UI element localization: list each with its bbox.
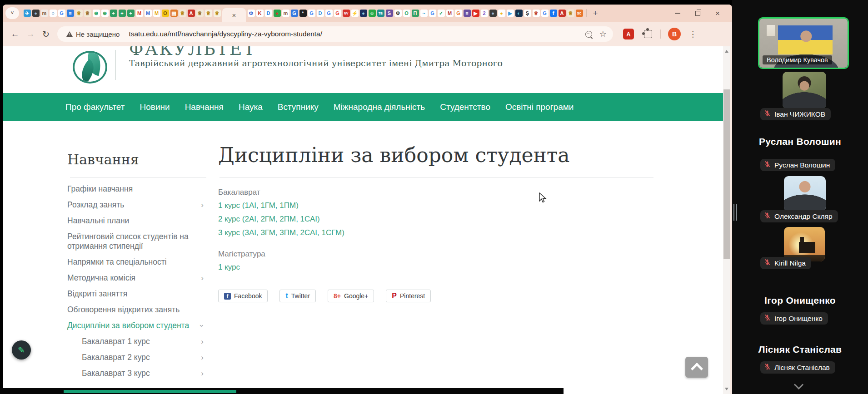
- tab-favicon[interactable]: ≡: [464, 10, 471, 17]
- nav-item-2[interactable]: Навчання: [185, 102, 224, 112]
- minimize-button[interactable]: [668, 5, 688, 22]
- tab-favicon[interactable]: ✈: [24, 10, 31, 17]
- tab-favicon[interactable]: M: [446, 10, 454, 17]
- tab-favicon[interactable]: *: [299, 10, 307, 17]
- tab-favicon[interactable]: ♕: [567, 10, 574, 17]
- course-link[interactable]: 1 курс (1АІ, 1ГМ, 1ПМ): [218, 199, 654, 212]
- tab-favicon[interactable]: D: [317, 10, 324, 17]
- sidebar-item-3[interactable]: Рейтинговий список студентів на отриманн…: [67, 232, 204, 251]
- tab-favicon[interactable]: ●: [274, 10, 281, 17]
- tab-favicon[interactable]: K: [256, 10, 264, 17]
- panel-drag-handle[interactable]: [733, 204, 737, 221]
- tab-favicon[interactable]: ☺: [369, 10, 376, 17]
- tab-favicon[interactable]: SC: [576, 10, 583, 17]
- tab-favicon[interactable]: NV: [343, 10, 350, 17]
- bookmark-star-icon[interactable]: ☆: [599, 29, 607, 39]
- tab-favicon[interactable]: M: [153, 10, 160, 17]
- tab-favicon[interactable]: m: [282, 10, 289, 17]
- nav-item-0[interactable]: Про факультет: [65, 102, 125, 112]
- share-pinterest-button[interactable]: PPinterest: [386, 290, 431, 302]
- reload-button[interactable]: ↻: [38, 26, 54, 42]
- tab-favicon[interactable]: O: [403, 10, 410, 17]
- participant-name-pill[interactable]: Kirill Nilga: [760, 257, 811, 269]
- tab-favicon[interactable]: ●: [360, 10, 367, 17]
- browser-menu-icon[interactable]: ⋮: [689, 30, 697, 39]
- tab-search-button[interactable]: ˅: [5, 7, 19, 19]
- tab-favicon[interactable]: ♕: [533, 10, 540, 17]
- participant-name-pill[interactable]: Олександр Скляр: [760, 210, 838, 222]
- tab-favicon[interactable]: S: [386, 10, 393, 17]
- tab-favicon[interactable]: 2: [481, 10, 488, 17]
- close-tab-icon[interactable]: ×: [232, 12, 236, 19]
- tab-favicon[interactable]: TB: [377, 10, 384, 17]
- nav-item-4[interactable]: Вступнику: [278, 102, 319, 112]
- sidebar-item-11[interactable]: Бакалаврат 3 курс›: [67, 369, 204, 378]
- sidebar-item-8[interactable]: Дисципліни за вибором студента›: [67, 321, 204, 330]
- nav-item-3[interactable]: Наука: [239, 102, 263, 112]
- tab-favicon[interactable]: ●: [489, 10, 497, 17]
- tab-favicon[interactable]: ≡: [67, 10, 74, 17]
- share-googleplus-button[interactable]: 8+Google+: [328, 290, 374, 302]
- tab-favicon[interactable]: ♕: [214, 10, 221, 17]
- zoom-out-icon[interactable]: [585, 31, 592, 38]
- annotation-pencil-button[interactable]: ✎: [12, 340, 31, 360]
- sidebar-item-4[interactable]: Напрямки та спеціальності: [67, 257, 204, 267]
- address-bar[interactable]: Не защищено tsatu.edu.ua/mtf/navchannja/…: [57, 26, 613, 42]
- security-chip[interactable]: Не защищено: [64, 29, 124, 39]
- tab-favicon[interactable]: ♕: [205, 10, 212, 17]
- participant-name-pill[interactable]: Ігор Онищенко: [760, 312, 828, 325]
- tab-favicon[interactable]: ▤: [170, 10, 178, 17]
- forward-button[interactable]: →: [23, 26, 38, 42]
- close-window-button[interactable]: ×: [708, 5, 728, 22]
- tab-favicon[interactable]: ◐: [515, 10, 523, 17]
- participant-name-pill[interactable]: Руслан Волошин: [760, 159, 835, 171]
- course-link[interactable]: 3 курс (3АІ, 3ГМ, 3ПМ, 2САІ, 1СГМ): [218, 226, 654, 240]
- tab-favicon[interactable]: +: [127, 10, 135, 17]
- tab-favicon[interactable]: Ş: [524, 10, 531, 17]
- tab-favicon[interactable]: ~: [420, 10, 428, 17]
- nav-item-6[interactable]: Студентство: [440, 102, 490, 112]
- active-tab[interactable]: ×: [222, 8, 246, 22]
- sidebar-item-7[interactable]: Обговорення відкритих занять: [67, 305, 204, 315]
- url-text[interactable]: tsatu.edu.ua/mtf/navchannja/dyscypliny-z…: [129, 30, 585, 38]
- tab-favicon[interactable]: +: [119, 10, 126, 17]
- tab-favicon[interactable]: ⚙: [394, 10, 402, 17]
- participant-tile[interactable]: [784, 176, 826, 212]
- sidebar-item-5[interactable]: Методична комісія›: [67, 273, 204, 283]
- scrollbar-thumb[interactable]: [723, 89, 730, 259]
- tab-favicon[interactable]: G: [291, 10, 298, 17]
- tab-favicon[interactable]: M: [145, 10, 152, 17]
- tab-favicon[interactable]: ●: [498, 10, 505, 17]
- tab-favicon[interactable]: ♕: [75, 10, 83, 17]
- profile-avatar[interactable]: B: [668, 28, 681, 40]
- tab-favicon[interactable]: G: [334, 10, 341, 17]
- pdf-extension-icon[interactable]: A: [623, 29, 634, 39]
- tab-favicon[interactable]: ⚡: [351, 10, 359, 17]
- sidebar-item-0[interactable]: Графіки навчання: [67, 184, 204, 194]
- extensions-puzzle-icon[interactable]: [644, 30, 652, 38]
- tab-favicon[interactable]: +: [110, 10, 117, 17]
- sidebar-item-2[interactable]: Навчальні плани: [67, 216, 204, 226]
- tab-favicon[interactable]: O: [162, 10, 169, 17]
- sidebar-item-10[interactable]: Бакалаврат 2 курс›: [67, 353, 204, 362]
- tab-favicon[interactable]: G: [308, 10, 315, 17]
- tab-favicon[interactable]: A: [188, 10, 195, 17]
- tab-favicon[interactable]: m: [41, 10, 48, 17]
- tab-favicon[interactable]: G: [325, 10, 333, 17]
- tab-favicon[interactable]: D: [265, 10, 272, 17]
- tab-favicon[interactable]: ▶: [507, 10, 514, 17]
- restore-button[interactable]: [688, 5, 708, 22]
- nav-item-5[interactable]: Міжнародна діяльність: [334, 102, 425, 112]
- participant-tile[interactable]: Володимир Кувачов: [758, 17, 849, 69]
- participant-name-pill[interactable]: Лісняк Станіслав: [760, 361, 835, 374]
- tab-favicon[interactable]: Ф: [248, 10, 255, 17]
- share-facebook-button[interactable]: fFacebook: [218, 290, 268, 302]
- tab-favicon[interactable]: M: [136, 10, 143, 17]
- panel-chevron-down-icon[interactable]: [795, 381, 803, 389]
- participant-tile[interactable]: [783, 72, 826, 109]
- participant-name-pill[interactable]: Іван ЧИЖИКОВ: [760, 108, 831, 120]
- tab-favicon[interactable]: ⊕: [101, 10, 109, 17]
- faculty-logo[interactable]: [73, 51, 107, 84]
- new-tab-button[interactable]: +: [589, 7, 601, 19]
- tab-favicon[interactable]: G: [455, 10, 462, 17]
